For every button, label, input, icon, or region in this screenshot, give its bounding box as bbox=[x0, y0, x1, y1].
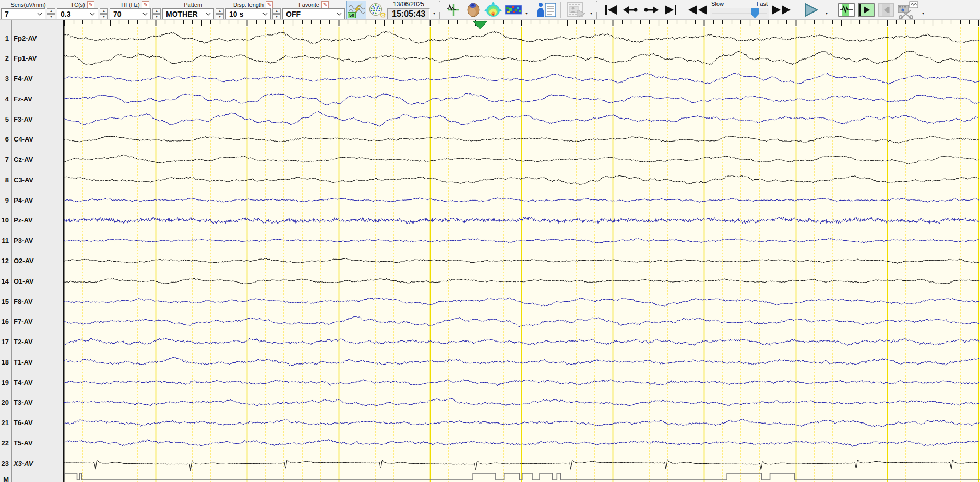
waveform-cursor-icon bbox=[445, 2, 463, 18]
channel-row[interactable]: 12O2-AV bbox=[0, 256, 63, 265]
pattern-spin-down-button[interactable] bbox=[216, 14, 224, 19]
channel-label: F8-AV bbox=[14, 298, 33, 305]
channel-number: 15 bbox=[0, 298, 9, 305]
channel-number: 9 bbox=[0, 196, 9, 204]
toolbar-separator bbox=[683, 2, 684, 18]
channel-number: 17 bbox=[0, 338, 9, 346]
hf-select[interactable]: 70 bbox=[110, 8, 151, 19]
go-to-start-button[interactable] bbox=[601, 1, 621, 19]
review-back-icon bbox=[877, 2, 895, 18]
pattern-label: Pattern bbox=[184, 2, 202, 8]
tc-spin-down-button[interactable] bbox=[100, 14, 108, 19]
channel-number: 3 bbox=[0, 75, 9, 83]
toolbar-separator bbox=[560, 2, 562, 18]
datetime-display: 13/06/2025 15:05:43 bbox=[387, 1, 430, 19]
channel-row[interactable]: 22T5-AV bbox=[0, 439, 63, 447]
maps-dropdown-arrow[interactable] bbox=[523, 1, 530, 18]
datetime-dropdown-arrow[interactable] bbox=[431, 1, 437, 18]
video-dropdown-arrow[interactable] bbox=[588, 1, 594, 18]
display-length-spin-down-button[interactable] bbox=[272, 14, 281, 19]
chevron-down-icon bbox=[262, 13, 268, 16]
step-back-button[interactable] bbox=[621, 1, 641, 19]
fast-forward-button[interactable] bbox=[770, 1, 793, 19]
play-button[interactable] bbox=[798, 1, 823, 19]
channel-row[interactable]: 18T1-AV bbox=[0, 358, 63, 366]
channel-number: 21 bbox=[0, 419, 9, 427]
tc-spin-up-button[interactable] bbox=[100, 8, 108, 14]
notch-filter-button[interactable]: 50 bbox=[346, 1, 366, 19]
toolbar-separator bbox=[439, 1, 442, 19]
dsa-trend-button[interactable] bbox=[504, 1, 523, 19]
channel-row[interactable]: 2Fp1-AV bbox=[0, 54, 63, 63]
channel-row[interactable]: 16F7-AV bbox=[0, 318, 63, 326]
sensitivity-spin-down-button[interactable] bbox=[47, 14, 55, 19]
channel-row[interactable]: 8C3-AV bbox=[0, 175, 63, 184]
channel-row[interactable]: 15F8-AV bbox=[0, 297, 63, 305]
channel-row[interactable]: 20T3-AV bbox=[0, 398, 63, 407]
display-length-spin-up-button[interactable] bbox=[272, 8, 281, 14]
channel-row[interactable]: 23X3-AV bbox=[0, 459, 63, 467]
rewind-button[interactable] bbox=[686, 1, 709, 19]
channel-label: Fp1-AV bbox=[14, 54, 37, 62]
montage-pattern-control: Pattern MOTHER bbox=[162, 1, 224, 19]
speed-slider-thumb[interactable] bbox=[751, 8, 759, 18]
channel-row[interactable]: 10Pz-AV bbox=[0, 216, 63, 225]
channel-row[interactable]: 3F4-AV bbox=[0, 75, 63, 83]
channel-label: T4-AV bbox=[14, 379, 33, 386]
tc-select[interactable]: 0.3 bbox=[57, 8, 98, 19]
channel-number: 1 bbox=[0, 34, 9, 42]
video-playback-button[interactable] bbox=[564, 1, 588, 19]
eeg-trace-canvas[interactable] bbox=[63, 20, 980, 482]
channel-row[interactable]: 11P3-AV bbox=[0, 237, 63, 245]
channel-row[interactable]: 4Fz-AV bbox=[0, 95, 63, 103]
tc-edit-pencil-icon[interactable] bbox=[87, 1, 94, 8]
hf-edit-pencil-icon[interactable] bbox=[142, 1, 149, 8]
play-dropdown-arrow[interactable] bbox=[823, 1, 830, 18]
review-play-button[interactable] bbox=[856, 1, 876, 19]
go-to-end-button[interactable] bbox=[661, 1, 680, 19]
step-forward-button[interactable] bbox=[641, 1, 661, 19]
speed-slider-track[interactable] bbox=[710, 8, 769, 19]
clip-dropdown-arrow[interactable] bbox=[920, 1, 926, 18]
display-length-select[interactable]: 10 s bbox=[225, 8, 271, 19]
pattern-select[interactable]: MOTHER bbox=[162, 8, 214, 19]
channel-label: T3-AV bbox=[14, 398, 33, 406]
hf-label: HF(Hz) bbox=[121, 2, 139, 8]
channel-row[interactable]: 5F3-AV bbox=[0, 115, 63, 123]
channel-label: T1-AV bbox=[14, 358, 33, 366]
channel-number: 20 bbox=[0, 398, 9, 406]
hf-spin-up-button[interactable] bbox=[152, 8, 161, 14]
sensitivity-spin-up-button[interactable] bbox=[47, 8, 55, 14]
channel-row[interactable]: 14O1-AV bbox=[0, 277, 63, 285]
channel-row[interactable]: 17T2-AV bbox=[0, 338, 63, 346]
display-length-control: Disp. length 10 s bbox=[225, 1, 281, 19]
clip-video-button[interactable] bbox=[896, 1, 920, 19]
pattern-spin-up-button[interactable] bbox=[216, 8, 224, 14]
display-length-edit-pencil-icon[interactable] bbox=[266, 1, 273, 8]
current-time[interactable]: 15:05:43 bbox=[387, 8, 430, 19]
favorite-select[interactable]: OFF bbox=[282, 8, 345, 19]
favorite-edit-pencil-icon[interactable] bbox=[321, 1, 329, 8]
waveform-cursor-button[interactable] bbox=[444, 1, 464, 19]
film-scissors-icon bbox=[897, 1, 919, 19]
channel-row[interactable]: 21T6-AV bbox=[0, 419, 63, 427]
patient-information-button[interactable] bbox=[535, 1, 558, 19]
waveform-review-button[interactable] bbox=[836, 1, 856, 19]
channel-row[interactable]: 6C4-AV bbox=[0, 135, 63, 144]
head-3d-map-button[interactable] bbox=[464, 1, 484, 19]
sensitivity-select[interactable]: 7 bbox=[1, 8, 45, 19]
review-back-button[interactable] bbox=[876, 1, 896, 19]
channel-label-gutter: 1Fp2-AV2Fp1-AV3F4-AV4Fz-AV5F3-AV6C4-AV7C… bbox=[0, 20, 63, 482]
channel-number: 8 bbox=[0, 176, 9, 184]
review-play-icon bbox=[857, 2, 875, 18]
electrode-settings-button[interactable]: ⚙ bbox=[366, 1, 386, 19]
channel-row[interactable]: 19T4-AV bbox=[0, 378, 63, 386]
chevron-down-icon bbox=[337, 13, 342, 16]
channel-row[interactable]: 7Cz-AV bbox=[0, 156, 63, 164]
channel-row[interactable]: 9P4-AV bbox=[0, 196, 63, 204]
notch-50hz-badge: 50 bbox=[348, 12, 356, 18]
sensitivity-control: Sens(uV/mm) 7 bbox=[1, 1, 55, 19]
hf-spin-down-button[interactable] bbox=[152, 14, 161, 19]
topography-map-button[interactable] bbox=[484, 1, 504, 19]
channel-row[interactable]: 1Fp2-AV bbox=[0, 34, 63, 42]
